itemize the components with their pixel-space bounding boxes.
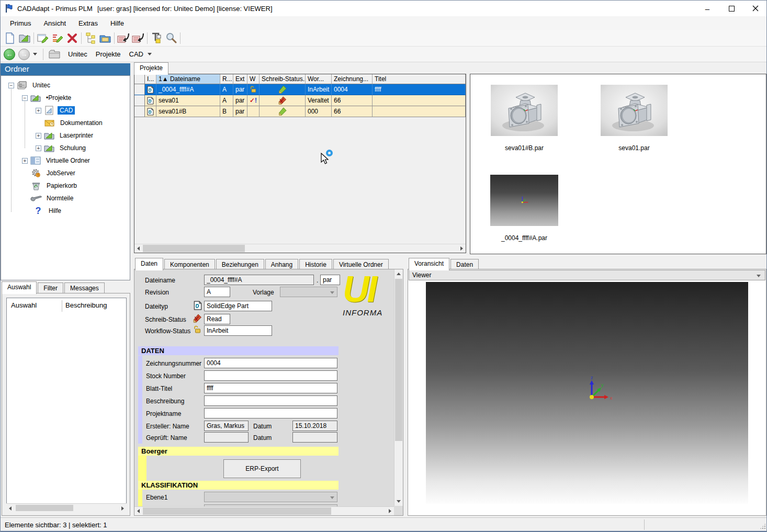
ext-field[interactable] xyxy=(320,275,340,285)
viewer-dropdown[interactable]: Viewer xyxy=(409,270,765,280)
tab-projekte[interactable]: Projekte xyxy=(134,62,168,75)
blatt-titel-field[interactable] xyxy=(204,383,337,393)
search-button[interactable] xyxy=(164,31,178,46)
column-header-revision[interactable]: R... xyxy=(220,74,233,84)
tree-item-virtuelle-ordner[interactable]: + Virtuelle Ordner xyxy=(1,154,130,167)
tree-item-unitec[interactable]: − Unitec xyxy=(1,79,130,92)
vorlage-dropdown[interactable] xyxy=(280,287,337,297)
tab-messages[interactable]: Messages xyxy=(64,282,105,294)
erstellt-datum-field[interactable] xyxy=(292,421,337,431)
column-header-ext[interactable]: Ext xyxy=(233,74,247,84)
stock-number-field[interactable] xyxy=(204,370,337,381)
dateityp-field[interactable] xyxy=(204,301,272,311)
tree-item-papierkorb[interactable]: Papierkorb xyxy=(1,179,130,192)
cell-zeichnung: 66 xyxy=(332,95,373,106)
check-icon: ✓ xyxy=(250,97,255,104)
ebene1-label: Ebene1 xyxy=(146,494,167,501)
cell-titel xyxy=(373,106,466,117)
table-row[interactable]: _0004_ffff#A A par InArbeit 0004 ffff xyxy=(134,84,466,95)
revision-field[interactable] xyxy=(204,287,230,297)
expand-icon[interactable]: + xyxy=(36,133,41,139)
geprueft-datum-field[interactable] xyxy=(292,432,337,443)
tree-item-hilfe[interactable]: ? Hilfe xyxy=(1,205,130,217)
resize-grip-icon[interactable] xyxy=(760,523,766,529)
delete-icon xyxy=(67,33,77,43)
geprueft-field[interactable] xyxy=(204,432,249,443)
breadcrumb-dropdown-icon[interactable] xyxy=(148,53,152,55)
table-row[interactable]: seva01#B B par 000 66 xyxy=(134,106,466,117)
beschreibung-field[interactable] xyxy=(204,395,337,406)
collapse-icon[interactable]: − xyxy=(22,95,28,101)
column-header-i[interactable]: I... xyxy=(145,74,156,84)
maximize-button[interactable] xyxy=(719,1,743,16)
tab-daten[interactable]: Daten xyxy=(135,258,163,270)
expand-icon[interactable]: + xyxy=(36,108,41,114)
column-header-workflow[interactable]: Wor... xyxy=(306,74,332,84)
column-header-w[interactable]: W xyxy=(247,74,260,84)
save-folder-button[interactable] xyxy=(98,31,112,46)
tree-item-schulung[interactable]: + Schulung xyxy=(1,142,130,154)
check-out-button[interactable] xyxy=(131,31,145,46)
column-header-schreib-status[interactable]: Schreib-Status... xyxy=(260,74,306,84)
table-row[interactable]: seva01 A par ✓! Veraltet 66 xyxy=(134,95,466,106)
tab-auswahl[interactable]: Auswahl xyxy=(2,281,37,294)
breadcrumb-cad[interactable]: CAD xyxy=(125,48,148,60)
forward-button[interactable]: → xyxy=(18,49,30,60)
projects-hscrollbar[interactable] xyxy=(134,244,466,253)
open-folder-button[interactable] xyxy=(17,31,32,46)
breadcrumb-projekte[interactable]: Projekte xyxy=(92,48,125,60)
history-dropdown-icon[interactable] xyxy=(33,53,37,55)
menu-extras[interactable]: Extras xyxy=(72,17,104,29)
viewer-3d-viewport[interactable]: z x y xyxy=(426,282,748,504)
tree-item-laserprinter[interactable]: + Laserprinter xyxy=(1,129,130,142)
details-vscrollbar[interactable] xyxy=(394,269,403,506)
cell-zeichnung: 0004 xyxy=(332,84,373,95)
tree-structure-button[interactable] xyxy=(83,31,98,46)
minimize-button[interactable]: – xyxy=(695,1,719,16)
thumbnail-seva01b[interactable] xyxy=(490,85,558,136)
tab-filter[interactable]: Filter xyxy=(38,282,63,294)
column-header-beschreibung[interactable]: Beschreibung xyxy=(65,301,107,309)
column-header-dateiname[interactable]: 1▲ Dateiname xyxy=(156,74,220,84)
edit-item-button[interactable] xyxy=(36,31,50,46)
column-header-titel[interactable]: Titel xyxy=(373,74,466,84)
details-hscrollbar[interactable] xyxy=(134,506,394,515)
paste-structure-button[interactable] xyxy=(149,31,164,46)
menu-hilfe[interactable]: Hilfe xyxy=(104,17,130,29)
thumbnail-label[interactable]: _0004_ffff#A.par xyxy=(490,234,558,242)
expand-icon[interactable]: + xyxy=(22,158,28,164)
close-button[interactable] xyxy=(743,1,767,16)
workflow-status-field[interactable] xyxy=(204,325,272,336)
selection-list[interactable]: Auswahl Beschreibung xyxy=(6,298,127,504)
ebene1-dropdown[interactable] xyxy=(204,492,337,502)
thumbnail-seva01[interactable] xyxy=(600,85,668,136)
check-in-button[interactable] xyxy=(116,31,131,46)
back-button[interactable]: ← xyxy=(4,49,15,60)
new-document-button[interactable] xyxy=(3,31,17,46)
dateiname-field[interactable] xyxy=(204,275,314,285)
collapse-icon[interactable]: − xyxy=(8,83,14,88)
menu-primus[interactable]: Primus xyxy=(4,17,37,29)
thumbnail-0004-ffff[interactable] xyxy=(490,175,558,226)
tree-item-jobserver[interactable]: JobServer xyxy=(1,167,130,179)
column-header-auswahl[interactable]: Auswahl xyxy=(11,301,37,309)
thumbnail-label[interactable]: seva01.par xyxy=(600,144,668,152)
edit-properties-button[interactable] xyxy=(50,31,65,46)
tab-voransicht[interactable]: Voransicht xyxy=(409,258,449,270)
menu-ansicht[interactable]: Ansicht xyxy=(37,17,72,29)
projektname-field[interactable] xyxy=(204,408,337,418)
erp-export-button[interactable]: ERP-Export xyxy=(223,459,301,478)
tree-item-cad[interactable]: + CAD xyxy=(1,104,130,117)
schreib-status-field[interactable] xyxy=(204,314,230,324)
breadcrumb-unitec[interactable]: Unitec xyxy=(64,48,92,60)
column-header-zeichnung[interactable]: Zeichnung... xyxy=(332,74,373,84)
tree-item-projekte[interactable]: − •Projekte xyxy=(1,92,130,104)
tree-item-normteile[interactable]: Normteile xyxy=(1,192,130,205)
expand-icon[interactable]: + xyxy=(36,145,41,151)
selection-hscrollbar[interactable] xyxy=(6,503,127,512)
zeichnungsnummer-field[interactable] xyxy=(204,358,337,368)
ersteller-field[interactable] xyxy=(204,421,249,431)
thumbnail-label[interactable]: seva01#B.par xyxy=(490,144,558,152)
tree-item-dokumentation[interactable]: Dokumentation xyxy=(1,117,130,129)
delete-button[interactable] xyxy=(65,31,80,46)
